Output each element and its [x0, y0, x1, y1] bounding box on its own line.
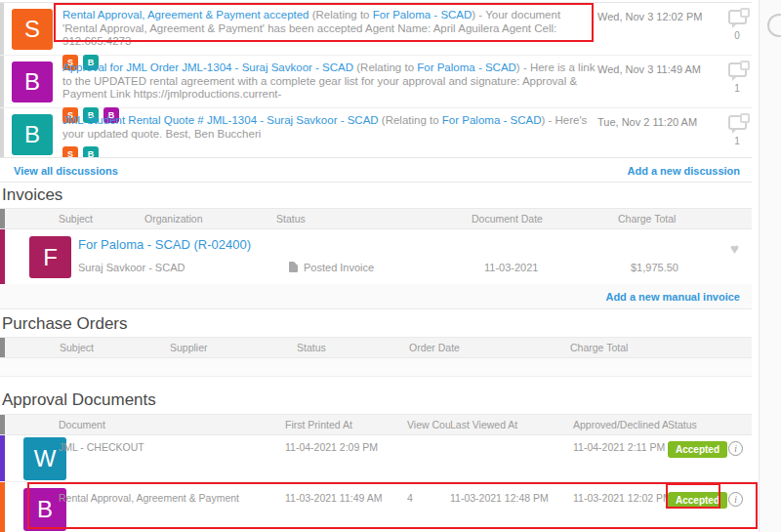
invoice-status: Posted Invoice — [289, 262, 374, 273]
avatar-letter: W — [34, 445, 57, 472]
avatar-letter: B — [24, 121, 40, 148]
column-header: Subject — [60, 342, 170, 353]
status-badge: Accepted — [668, 492, 727, 509]
info-icon[interactable]: i — [728, 492, 743, 507]
invoice-organization: Suraj Savkoor - SCAD — [78, 262, 185, 273]
invoices-footer: Add a new manual invoice — [0, 284, 752, 309]
add-manual-invoice-link[interactable]: Add a new manual invoice — [605, 291, 740, 303]
heart-icon[interactable]: ♥ — [730, 241, 739, 256]
add-new-discussion-link[interactable]: Add a new discussion — [627, 165, 740, 177]
approval-document-row: W JML - CHECKOUT 11-04-2021 2:09 PM 11-0… — [0, 435, 752, 482]
approval-view-count — [407, 435, 450, 481]
column-header: Organization — [144, 213, 276, 225]
posted-invoice-icon — [289, 262, 298, 272]
purchase-orders-table-header: SubjectSupplierStatusOrder DateCharge To… — [0, 337, 752, 358]
invoice-document-date: 11-03-2021 — [484, 262, 538, 273]
approval-last-viewed — [450, 435, 573, 481]
purchase-orders-empty-row — [0, 358, 752, 377]
view-all-discussions-link[interactable]: View all discussions — [14, 165, 118, 177]
approval-document-name: JML - CHECKOUT — [59, 435, 285, 481]
po-header-accent — [0, 338, 5, 357]
avatar-letter: B — [37, 496, 53, 523]
comment-count: 1 — [726, 136, 748, 146]
invoice-row-accent — [0, 229, 5, 284]
discussion-avatar[interactable]: S — [12, 9, 53, 50]
approval-last-viewed: 11-03-2021 12:48 PM — [450, 482, 573, 532]
discussion-date: Tue, Nov 2 11:20 AM — [597, 116, 697, 128]
column-header: Document — [59, 419, 285, 430]
approval-first-printed: 11-04-2021 2:09 PM — [285, 435, 407, 481]
invoices-table-header: SubjectOrganizationStatusDocument DateCh… — [0, 208, 752, 229]
discussion-item: B JML Student Rental Quote # JML-1304 - … — [0, 108, 752, 161]
invoice-row: F For Paloma - SCAD (R-02400) Suraj Savk… — [0, 229, 752, 285]
invoice-avatar[interactable]: F — [29, 236, 71, 278]
discussion-avatar[interactable]: B — [12, 114, 53, 155]
discussion-comments[interactable]: 1 — [726, 62, 748, 94]
discussion-text: Rental Approval, Agreement & Payment acc… — [62, 9, 596, 49]
approval-approved-at: 11-04-2021 2:11 PM — [573, 435, 668, 481]
approval-approved-at: 11-03-2021 12:02 PM — [573, 482, 668, 532]
discussion-date: Wed, Nov 3 12:02 PM — [597, 11, 702, 22]
invoice-avatar-letter: F — [43, 244, 58, 271]
order-detail-page: S Rental Approval, Agreement & Payment a… — [0, 0, 781, 532]
discussion-date: Wed, Nov 3 11:49 AM — [597, 63, 701, 75]
comment-count: 1 — [726, 83, 748, 94]
approval-documents-table-header: DocumentFirst Printed AtView CountLast V… — [0, 414, 752, 435]
discussion-link[interactable]: For Paloma - SCAD — [417, 61, 516, 73]
column-header: First Printed At — [285, 419, 407, 430]
main-content: S Rental Approval, Agreement & Payment a… — [0, 0, 752, 532]
column-header: Order Date — [409, 342, 570, 353]
column-header: Status — [297, 342, 409, 353]
ad-header-accent — [0, 415, 5, 434]
discussion-item: S Rental Approval, Agreement & Payment a… — [0, 3, 752, 56]
approval-documents-heading: Approval Documents — [2, 390, 156, 410]
column-header: Charge Total — [570, 342, 752, 353]
discussion-text: Approval for JML Order JML-1304 - Suraj … — [62, 61, 596, 102]
discussion-link[interactable]: For Paloma - SCAD — [442, 114, 542, 126]
discussions-footer: View all discussions Add a new discussio… — [0, 157, 752, 183]
avatar-letter: S — [24, 16, 40, 43]
column-header: Charge Total — [618, 213, 722, 225]
status-badge: Accepted — [668, 441, 727, 458]
column-header: Subject — [59, 213, 144, 225]
approval-document-rows: W JML - CHECKOUT 11-04-2021 2:09 PM 11-0… — [0, 435, 752, 532]
comment-icon — [728, 62, 747, 77]
invoice-charge-total: $1,975.50 — [631, 262, 678, 273]
discussion-comments[interactable]: 0 — [726, 10, 748, 41]
approval-document-name: Rental Approval, Agreement & Payment — [59, 482, 285, 532]
discussion-link[interactable]: Rental Approval, Agreement & Payment acc… — [62, 9, 309, 20]
column-header: Supplier — [170, 342, 297, 353]
discussion-comments[interactable]: 1 — [726, 115, 748, 146]
approval-first-printed: 11-03-2021 11:49 AM — [285, 482, 407, 532]
avatar-letter: B — [24, 68, 40, 96]
column-header: Last Viewed At — [450, 419, 573, 430]
column-header: Status — [668, 419, 728, 430]
discussion-link[interactable]: For Paloma - SCAD — [373, 9, 473, 20]
discussions-list: S Rental Approval, Agreement & Payment a… — [0, 2, 752, 161]
column-header: Status — [276, 213, 472, 225]
column-header: Approved/Declined At — [573, 419, 668, 430]
invoice-subject-link[interactable]: For Paloma - SCAD (R-02400) — [78, 237, 251, 252]
approval-document-row: B Rental Approval, Agreement & Payment 1… — [0, 482, 752, 532]
right-side-panel — [759, 0, 781, 532]
column-header: View Count — [407, 419, 450, 430]
discussion-rows: S Rental Approval, Agreement & Payment a… — [0, 3, 752, 161]
purchase-orders-heading: Purchase Orders — [2, 314, 128, 334]
comment-icon — [728, 115, 747, 130]
discussion-item: B Approval for JML Order JML-1304 - Sura… — [0, 56, 752, 108]
approval-view-count: 4 — [407, 482, 450, 532]
discussion-link[interactable]: Approval for JML Order JML-1304 - Suraj … — [62, 61, 353, 73]
info-icon[interactable]: i — [728, 441, 743, 456]
approval-row-accent — [0, 482, 5, 532]
discussion-avatar[interactable]: B — [12, 61, 53, 102]
discussion-text: JML Student Rental Quote # JML-1304 - Su… — [62, 114, 596, 141]
approval-row-accent — [0, 435, 5, 481]
column-header: Document Date — [472, 213, 618, 225]
discussion-link[interactable]: JML Student Rental Quote # JML-1304 - Su… — [62, 114, 379, 126]
comment-icon — [728, 10, 747, 24]
invoices-heading: Invoices — [2, 185, 62, 205]
invoices-header-accent — [0, 209, 5, 228]
comment-count: 0 — [726, 30, 748, 41]
